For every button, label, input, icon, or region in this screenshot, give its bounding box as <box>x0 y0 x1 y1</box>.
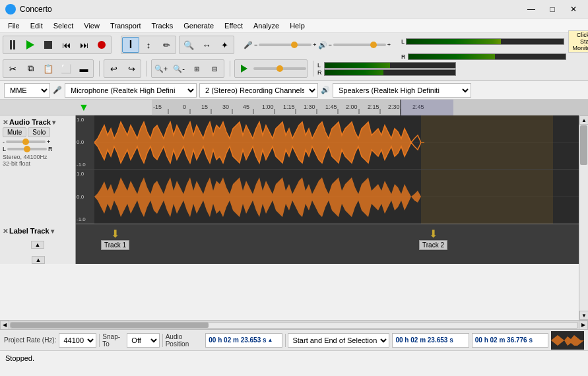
project-rate-select[interactable]: 44100 <box>59 333 96 348</box>
maximize-button[interactable]: □ <box>543 3 562 16</box>
svg-text:-15: -15 <box>153 104 162 110</box>
redo-button[interactable]: ↪ <box>123 61 140 77</box>
menu-edit[interactable]: Edit <box>25 20 48 31</box>
audio-pos-spin-up[interactable]: ▲ <box>268 337 273 343</box>
audio-track-close[interactable]: ✕ <box>3 119 8 126</box>
pause-button[interactable] <box>4 37 21 53</box>
mic-icon: 🎤 <box>244 41 253 49</box>
record-icon <box>98 41 106 49</box>
menu-tracks[interactable]: Tracks <box>147 20 179 31</box>
play-button[interactable] <box>22 37 39 53</box>
menu-generate[interactable]: Generate <box>178 20 219 31</box>
fit-selection-button[interactable]: ⊞ <box>188 61 205 77</box>
audio-host-select[interactable]: MME <box>4 83 50 98</box>
zoom-out-button[interactable]: 🔍- <box>170 61 187 77</box>
vscroll-thumb[interactable] <box>580 125 587 165</box>
audio-track-name[interactable]: ✕ Audio Track ▾ <box>3 118 73 126</box>
envelope-tool-button[interactable]: ↕ <box>140 37 157 53</box>
minimize-button[interactable]: — <box>522 3 540 16</box>
scroll-up-button[interactable]: ▲ <box>579 115 588 125</box>
svg-text:1:00: 1:00 <box>262 104 274 110</box>
scroll-left-button[interactable]: ◀ <box>0 321 9 330</box>
label-track-panel: ✕ Label Track ▾ ▲ ⬇ Track 1 ⬇ Track 2 <box>0 224 579 264</box>
track-list: ✕ Audio Track ▾ Mute Solo - + L R <box>0 115 579 320</box>
input-device-select[interactable]: Microphone (Realtek High Defini <box>65 83 197 98</box>
pan-slider[interactable] <box>7 148 47 150</box>
skip-start-button[interactable]: ⏮ <box>57 37 75 53</box>
out-vol-min: − <box>329 42 332 48</box>
status-text: Stopped. <box>5 354 34 362</box>
multi-tool-button[interactable]: ✦ <box>216 37 233 53</box>
marker2-icon[interactable]: ⬇ <box>429 228 438 240</box>
fit-project-button[interactable]: ⊟ <box>206 61 223 77</box>
close-button[interactable]: ✕ <box>564 3 583 16</box>
snap-to-label: Snap-To <box>102 333 124 348</box>
record-button[interactable] <box>93 37 110 53</box>
audio-track-dropdown[interactable]: ▾ <box>52 119 55 126</box>
mute-button[interactable]: Mute <box>3 127 26 137</box>
track1-marker[interactable]: ⬇ Track 1 <box>101 228 129 250</box>
channels-select[interactable]: 2 (Stereo) Recording Channels <box>199 83 318 98</box>
tools-group: I ↕ ✏ <box>121 36 176 54</box>
skip-end-button[interactable]: ⏭ <box>75 37 92 53</box>
monitor-button[interactable]: Click to Start Monitoring <box>568 30 588 53</box>
silence-button[interactable]: ▬ <box>75 61 92 77</box>
menu-effect[interactable]: Effect <box>219 20 248 31</box>
menu-select[interactable]: Select <box>48 20 79 31</box>
menu-transport[interactable]: Transport <box>105 20 147 31</box>
zoom-in-button[interactable]: 🔍+ <box>152 61 170 77</box>
y-top-mid: 0.0 <box>77 139 94 145</box>
collapse-button[interactable]: ▲ <box>32 256 45 264</box>
label-track-close[interactable]: ✕ <box>3 228 8 235</box>
paste-button[interactable]: 📋 <box>40 61 57 77</box>
output-volume-slider[interactable] <box>333 44 386 46</box>
draw-tool-button[interactable]: ✏ <box>158 37 175 53</box>
menu-help[interactable]: Help <box>284 20 310 31</box>
solo-button[interactable]: Solo <box>28 127 50 137</box>
y-top-min: -1.0 <box>77 162 94 168</box>
stop-button[interactable] <box>40 37 57 53</box>
label-collapse-button[interactable]: ▲ <box>31 241 44 249</box>
selection-mode-select[interactable]: Start and End of Selection <box>288 333 389 348</box>
label-track-name[interactable]: ✕ Label Track ▾ <box>3 227 73 235</box>
hscroll-thumb[interactable] <box>11 323 209 328</box>
scroll-right-button[interactable]: ▶ <box>579 321 588 330</box>
play-speed-slider[interactable] <box>253 67 306 70</box>
audio-track-waveform[interactable]: 1.0 0.0 -1.0 <box>76 115 579 224</box>
mic-device-icon: 🎤 <box>53 86 62 94</box>
select-tool-button[interactable]: I <box>122 37 139 53</box>
separator-5 <box>147 61 147 77</box>
ruler-content[interactable]: -15 0 15 30 45 1:00 1:15 1:30 1:45 2:00 … <box>152 100 588 115</box>
track2-marker[interactable]: ⬇ Track 2 <box>419 228 447 250</box>
snap-to-select[interactable]: Off <box>127 333 159 348</box>
status-bar: Stopped. <box>0 350 588 365</box>
label-track-content[interactable]: ⬇ Track 1 ⬇ Track 2 <box>76 224 579 264</box>
silence-icon: ▬ <box>80 64 88 74</box>
hscroll-track <box>10 322 578 329</box>
playback-cursor-icon[interactable]: ▼ <box>79 102 89 113</box>
time-shift-tool-button[interactable]: ↔ <box>198 37 215 53</box>
zoom-tool-button[interactable]: 🔍 <box>180 37 197 53</box>
play-at-speed-button[interactable] <box>236 61 253 77</box>
vu-r-bar <box>408 53 566 60</box>
label-track-dropdown[interactable]: ▾ <box>51 228 54 235</box>
mute-solo-group: Mute Solo <box>3 127 73 137</box>
menu-view[interactable]: View <box>79 20 105 31</box>
output-device-select[interactable]: Speakers (Realtek High Definiti <box>333 83 471 98</box>
transport-group: ⏮ ⏭ <box>3 36 112 54</box>
cut-button[interactable]: ✂ <box>4 61 21 77</box>
input-volume-slider[interactable] <box>259 44 311 46</box>
menu-file[interactable]: File <box>3 20 25 31</box>
gain-slider[interactable] <box>6 141 46 143</box>
scroll-down-button[interactable]: ▼ <box>579 311 588 320</box>
trim-button[interactable]: ⬜ <box>57 61 75 77</box>
audio-pos-label: Audio Position <box>166 333 203 348</box>
marker1-icon[interactable]: ⬇ <box>111 228 119 240</box>
collapse-area: ▲ <box>32 255 45 264</box>
svg-rect-30 <box>421 115 553 169</box>
undo-button[interactable]: ↩ <box>105 61 122 77</box>
menu-analyze[interactable]: Analyze <box>248 20 284 31</box>
copy-button[interactable]: ⧉ <box>22 61 39 77</box>
edit-tools-group: ✂ ⧉ 📋 ⬜ ▬ <box>3 59 94 78</box>
sel-start-value: 00 h 02 m 23.653 s <box>395 336 453 344</box>
